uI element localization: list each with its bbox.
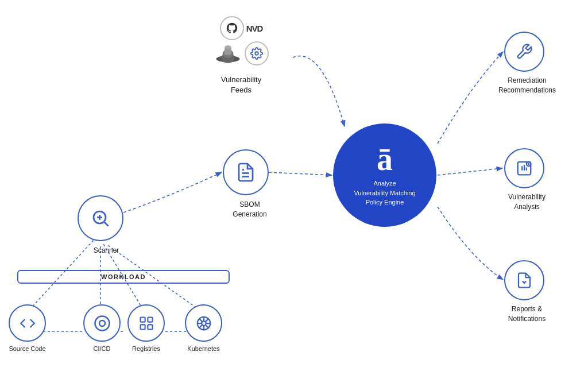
source-code-label: Source Code <box>9 345 45 352</box>
remediation-node <box>504 32 544 72</box>
svg-line-10 <box>438 168 502 175</box>
svg-line-2 <box>269 172 332 175</box>
svg-point-28 <box>202 321 206 326</box>
vulnerability-feeds-group: NVD <box>195 16 287 91</box>
svg-rect-24 <box>140 317 145 322</box>
svg-line-36 <box>206 319 208 322</box>
scanner-label: Scanner <box>83 246 129 256</box>
reports-label: Reports & Notifications <box>494 304 560 324</box>
scanner-node <box>78 195 123 241</box>
sbom-node <box>223 149 269 195</box>
vuln-analysis-node <box>504 148 544 188</box>
svg-rect-26 <box>140 324 145 329</box>
workload-box: WORKLOAD <box>17 270 230 284</box>
cicd-label: CI/CD <box>94 345 111 352</box>
workload-item-source-code: Source Code <box>9 304 46 352</box>
svg-line-21 <box>105 222 109 226</box>
svg-line-37 <box>199 325 202 328</box>
center-labels: Analyze Vulnerability Matching Policy En… <box>354 179 415 207</box>
source-code-icon <box>9 304 46 342</box>
svg-rect-27 <box>148 324 152 329</box>
svg-rect-25 <box>148 317 152 322</box>
vuln-analysis-label: Vulnerability Analysis <box>494 192 560 212</box>
workload-item-kubernetes: Kubernetes <box>185 304 222 352</box>
svg-line-34 <box>199 319 202 322</box>
architecture-diagram: NVD <box>0 0 588 371</box>
vuln-feeds-label: Vulnerability Feeds <box>221 75 261 95</box>
center-logo: ā <box>377 143 393 175</box>
svg-point-16 <box>225 45 231 49</box>
registries-icon <box>127 304 165 342</box>
workload-item-cicd: CI/CD <box>83 304 121 352</box>
kubernetes-icon <box>185 304 222 342</box>
svg-point-17 <box>255 52 258 55</box>
nvd-icon: NVD <box>246 24 263 33</box>
center-node: ā Analyze Vulnerability Matching Policy … <box>333 123 436 227</box>
registries-label: Registries <box>132 345 160 352</box>
hat-icon <box>214 39 242 68</box>
svg-line-35 <box>206 325 208 328</box>
kubernetes-label: Kubernetes <box>187 345 219 352</box>
sbom-label: SBOM Generation <box>224 200 276 219</box>
workload-item-registries: Registries <box>127 304 165 352</box>
github-icon <box>220 16 244 40</box>
osv-icon <box>245 41 269 65</box>
remediation-label: Remediation Recommendations <box>493 76 562 95</box>
reports-node <box>504 260 544 300</box>
cicd-icon <box>83 304 121 342</box>
